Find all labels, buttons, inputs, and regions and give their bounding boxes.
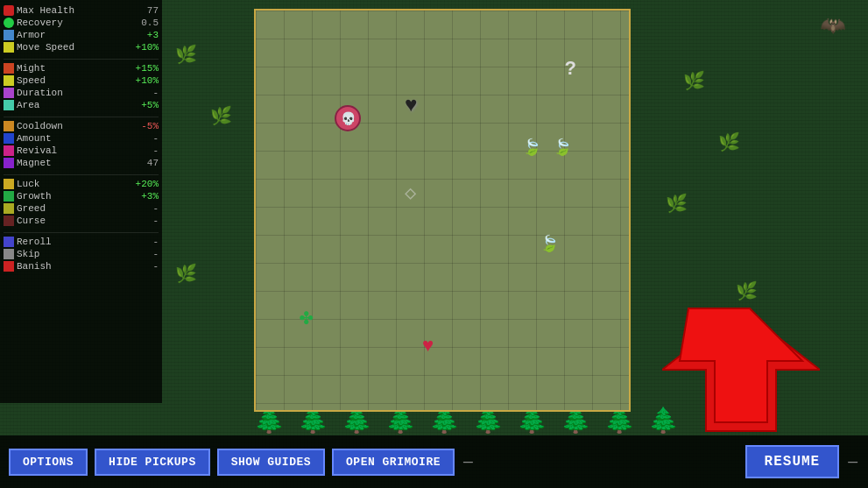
stat-row-reroll: Reroll - bbox=[4, 236, 159, 248]
leaf-pickup-3: 🍃 bbox=[540, 234, 559, 253]
bottom-tree: 🌲 bbox=[648, 406, 679, 435]
movespeed-icon bbox=[4, 42, 14, 53]
stat-row-health: Max Health 77 bbox=[4, 4, 159, 17]
stat-label-cooldown: Cooldown bbox=[17, 120, 128, 132]
stat-value-magnet: 47 bbox=[128, 157, 159, 169]
bg-tree: 🌿 bbox=[175, 44, 197, 66]
stat-label-reroll: Reroll bbox=[17, 236, 128, 248]
stat-label-armor: Armor bbox=[17, 29, 128, 41]
bottom-toolbar: OPTIONS Hide Pickups Show Guides Open Gr… bbox=[0, 435, 868, 488]
stat-value-health: 77 bbox=[128, 4, 159, 17]
stat-value-revival: - bbox=[128, 145, 159, 157]
show-guides-button[interactable]: Show Guides bbox=[217, 449, 325, 476]
leaf-icon-2: 🍃 bbox=[553, 138, 572, 157]
stat-row-revival: Revival - bbox=[4, 145, 159, 157]
stat-row-recovery: Recovery 0.5 bbox=[4, 17, 159, 29]
speed-icon bbox=[4, 75, 14, 86]
spirit-icon: ◇ bbox=[405, 181, 416, 205]
revival-icon bbox=[4, 145, 14, 156]
stat-label-health: Max Health bbox=[17, 4, 128, 17]
bg-tree: 🌿 bbox=[683, 70, 705, 92]
divider-2 bbox=[4, 117, 159, 117]
stat-value-duration: - bbox=[128, 87, 159, 99]
stat-label-magnet: Magnet bbox=[17, 157, 128, 169]
banish-icon bbox=[4, 261, 14, 272]
stat-label-greed: Greed bbox=[17, 202, 128, 215]
stat-label-curse: Curse bbox=[17, 215, 128, 227]
stat-row-amount: Amount - bbox=[4, 132, 159, 145]
stat-label-banish: Banish bbox=[17, 260, 128, 272]
heart-icon bbox=[4, 5, 14, 16]
red-heart-icon: ♥ bbox=[422, 336, 434, 357]
stat-value-greed: - bbox=[128, 202, 159, 215]
stat-row-luck: Luck +20% bbox=[4, 178, 159, 190]
game-viewport: ? ♥ 💀 ◇ 🍃 🍃 🍃 ✤ ♥ bbox=[254, 9, 631, 412]
area-icon bbox=[4, 100, 14, 110]
greed-icon bbox=[4, 203, 14, 214]
stat-value-banish: - bbox=[128, 260, 159, 272]
armor-icon bbox=[4, 30, 14, 40]
leaf-pickup-1: 🍃 bbox=[522, 138, 541, 157]
curse-icon bbox=[4, 216, 14, 226]
stat-label-area: Area bbox=[17, 99, 128, 111]
luck-icon bbox=[4, 179, 14, 189]
stat-value-area: +5% bbox=[128, 99, 159, 111]
stat-row-area: Area +5% bbox=[4, 99, 159, 111]
cooldown-icon bbox=[4, 121, 14, 131]
question-mark-entity: ? bbox=[565, 59, 576, 81]
divider-1 bbox=[4, 59, 159, 60]
stat-label-revival: Revival bbox=[17, 145, 128, 157]
special-stats-group: Reroll - Skip - Banish - bbox=[4, 236, 159, 272]
amount-icon bbox=[4, 133, 14, 144]
stats-panel: Max Health 77 Recovery 0.5 Armor +3 Move… bbox=[0, 0, 162, 403]
stat-label-speed: Speed bbox=[17, 74, 128, 87]
red-heart-pickup: ♥ bbox=[422, 336, 434, 357]
stat-row-skip: Skip - bbox=[4, 248, 159, 260]
skip-icon bbox=[4, 249, 14, 259]
stat-value-armor: +3 bbox=[128, 29, 159, 41]
divider-4 bbox=[4, 232, 159, 233]
reroll-icon bbox=[4, 237, 14, 247]
stat-label-might: Might bbox=[17, 62, 128, 74]
duration-icon bbox=[4, 88, 14, 98]
open-grimoire-button[interactable]: Open Grimoire bbox=[332, 449, 455, 476]
stat-row-movespeed: Move Speed +10% bbox=[4, 41, 159, 53]
leaf-icon-1: 🍃 bbox=[522, 138, 541, 157]
leaf-icon-3: 🍃 bbox=[540, 234, 559, 253]
stat-value-movespeed: +10% bbox=[128, 41, 159, 53]
stat-row-speed: Speed +10% bbox=[4, 74, 159, 87]
hide-pickups-button[interactable]: Hide Pickups bbox=[95, 449, 210, 476]
stat-row-magnet: Magnet 47 bbox=[4, 157, 159, 169]
stat-value-skip: - bbox=[128, 248, 159, 260]
stat-label-growth: Growth bbox=[17, 190, 128, 202]
stat-row-cooldown: Cooldown -5% bbox=[4, 120, 159, 132]
stat-row-duration: Duration - bbox=[4, 87, 159, 99]
bg-tree: 🌿 bbox=[210, 105, 232, 127]
might-icon bbox=[4, 63, 14, 74]
stat-value-curse: - bbox=[128, 215, 159, 227]
resume-button[interactable]: RESUME bbox=[745, 445, 840, 478]
bg-tree: 🌿 bbox=[666, 193, 688, 215]
stat-row-might: Might +15% bbox=[4, 62, 159, 74]
button-separator-right: — bbox=[848, 453, 857, 470]
options-button[interactable]: OPTIONS bbox=[9, 449, 88, 476]
player-body: 💀 bbox=[335, 105, 361, 131]
player-skull-icon: 💀 bbox=[341, 111, 356, 126]
stat-value-amount: - bbox=[128, 132, 159, 145]
stat-value-luck: +20% bbox=[128, 178, 159, 190]
stat-row-banish: Banish - bbox=[4, 260, 159, 272]
stat-label-recovery: Recovery bbox=[17, 17, 128, 29]
magnet-icon bbox=[4, 158, 14, 168]
basic-stats-group: Max Health 77 Recovery 0.5 Armor +3 Move… bbox=[4, 4, 159, 53]
growth-icon bbox=[4, 191, 14, 202]
stat-label-luck: Luck bbox=[17, 178, 128, 190]
player-sprite: 💀 bbox=[335, 105, 361, 131]
stat-label-duration: Duration bbox=[17, 87, 128, 99]
divider-3 bbox=[4, 174, 159, 175]
button-separator: — bbox=[463, 453, 473, 470]
stat-value-might: +15% bbox=[128, 62, 159, 74]
stat-value-speed: +10% bbox=[128, 74, 159, 87]
stat-row-armor: Armor +3 bbox=[4, 29, 159, 41]
clover-pickup: ✤ bbox=[300, 303, 314, 331]
stat-value-recovery: 0.5 bbox=[128, 17, 159, 29]
